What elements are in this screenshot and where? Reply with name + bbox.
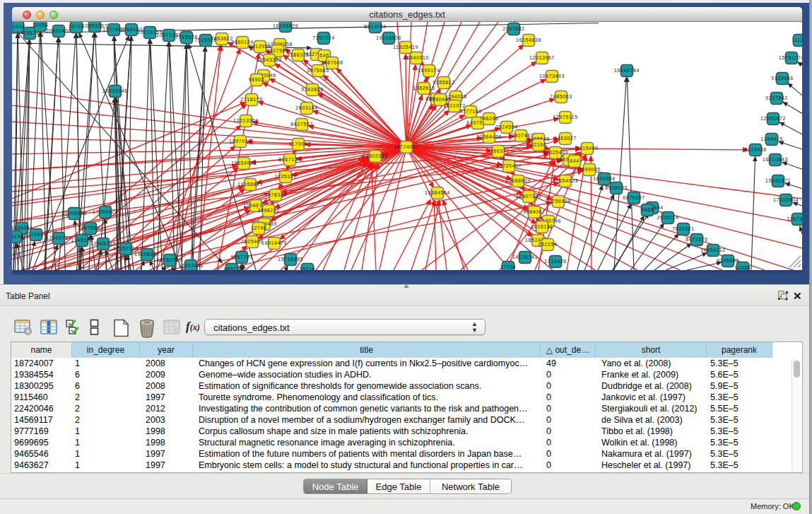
svg-text:62160: 62160 [531,142,546,147]
svg-text:19218506: 19218506 [376,35,401,40]
svg-text:11325419: 11325419 [393,45,418,49]
svg-text:19384554: 19384554 [425,190,450,195]
svg-text:17957223: 17957223 [113,246,139,251]
svg-text:16033809: 16033809 [273,23,298,28]
svg-text:1615132: 1615132 [531,224,553,229]
svg-text:3498222: 3498222 [257,208,279,213]
svg-text:1621072: 1621072 [443,103,465,108]
svg-text:39154: 39154 [12,234,23,239]
svg-text:8215938: 8215938 [744,147,766,152]
svg-text:1362615: 1362615 [413,86,435,90]
svg-text:2718176: 2718176 [240,97,262,102]
svg-text:2935114: 2935114 [657,215,679,220]
svg-text:15716485: 15716485 [278,257,303,262]
svg-text:1345194: 1345194 [71,238,93,243]
svg-text:20206536: 20206536 [61,211,87,216]
svg-text:1696174: 1696174 [418,68,440,73]
svg-text:16640910: 16640910 [404,55,429,60]
svg-text:10973493: 10973493 [539,74,565,78]
svg-text:9242848: 9242848 [301,87,323,92]
svg-text:1115689: 1115689 [25,232,47,237]
svg-text:8267130: 8267130 [278,157,300,162]
svg-text:16782759: 16782759 [157,257,182,262]
svg-text:10654112: 10654112 [700,247,725,252]
svg-text:16210643: 16210643 [763,157,788,162]
svg-text:8813054: 8813054 [364,24,386,29]
svg-text:20053346: 20053346 [102,88,128,93]
svg-text:12213369: 12213369 [233,118,259,123]
svg-text:9245652: 9245652 [717,258,739,263]
svg-text:746266: 746266 [480,116,499,121]
svg-text:3624554: 3624554 [495,124,517,129]
svg-text:16543382: 16543382 [257,57,282,62]
svg-text:9463627: 9463627 [554,136,576,141]
svg-text:12746: 12746 [251,226,266,230]
svg-text:15692971: 15692971 [765,178,791,183]
svg-text:15751074: 15751074 [779,55,802,60]
svg-text:39975887: 39975887 [78,226,103,230]
svg-text:15720407: 15720407 [496,163,522,168]
svg-text:7357224: 7357224 [312,35,334,40]
svg-text:12942737: 12942737 [46,235,71,240]
svg-text:7386372: 7386372 [487,148,509,153]
svg-text:19166827: 19166827 [237,182,263,187]
svg-text:12213967: 12213967 [529,55,555,60]
svg-text:9129966: 9129966 [771,76,793,81]
svg-text:9084067: 9084067 [523,209,545,214]
svg-text:17016504: 17016504 [773,197,799,202]
svg-text:18724007: 18724007 [394,144,419,149]
svg-text:1640954: 1640954 [593,176,615,181]
svg-text:17359924: 17359924 [93,209,118,214]
svg-text:9227342: 9227342 [765,95,787,100]
svg-text:7625402: 7625402 [241,239,263,244]
svg-text:98902: 98902 [249,77,264,82]
svg-text:2087682: 2087682 [502,26,524,31]
svg-text:8427552: 8427552 [290,122,312,127]
svg-text:7485063: 7485063 [550,94,572,99]
svg-text:9115460: 9115460 [577,146,599,151]
svg-text:92456: 92456 [735,265,751,270]
svg-text:19054: 19054 [33,23,48,28]
svg-text:20364436: 20364436 [476,134,502,139]
svg-text:2803144: 2803144 [295,105,317,110]
svg-text:8678332: 8678332 [264,192,286,197]
svg-text:12923446: 12923446 [178,263,204,268]
svg-text:644: 644 [570,158,579,163]
svg-text:1135339: 1135339 [275,174,297,179]
svg-text:8471676: 8471676 [686,237,707,242]
svg-text:2967608: 2967608 [321,60,343,65]
svg-text:9777169: 9777169 [459,109,481,114]
svg-text:252254: 252254 [539,242,558,247]
svg-text:1733426: 1733426 [544,259,566,264]
svg-text:10756928: 10756928 [546,199,571,204]
svg-text:8990448: 8990448 [429,97,451,102]
svg-text:9857791: 9857791 [230,255,252,259]
svg-text:1835061: 1835061 [12,226,33,230]
svg-text:12905135: 12905135 [90,241,116,246]
svg-text:8938923: 8938923 [605,185,627,190]
svg-text:3675685: 3675685 [307,68,329,73]
svg-text:23302033: 23302033 [363,153,388,158]
svg-text:12975115: 12975115 [553,115,577,119]
svg-text:9468: 9468 [641,207,654,212]
svg-text:18807249: 18807249 [516,194,541,199]
svg-text:16154838: 16154838 [516,37,541,42]
svg-text:1897013: 1897013 [229,139,251,144]
svg-text:12093872: 12093872 [760,116,786,121]
svg-text:20691406: 20691406 [46,28,71,33]
svg-text:14136141: 14136141 [512,255,538,259]
svg-text:7832621: 7832621 [672,226,694,231]
svg-text:9627505: 9627505 [266,48,288,53]
svg-text:6879197: 6879197 [623,195,645,200]
svg-text:1244415: 1244415 [760,136,782,141]
svg-text:19654925: 19654925 [231,160,257,165]
svg-text:16914479: 16914479 [261,240,287,245]
svg-text:19958107: 19958107 [134,252,160,257]
svg-text:16648784: 16648784 [614,68,640,73]
svg-text:9699695: 9699695 [578,167,600,172]
svg-text:17654923: 17654923 [553,178,578,183]
svg-text:10688609: 10688609 [505,178,531,183]
svg-text:11124: 11124 [792,37,802,42]
svg-text:7663822: 7663822 [211,36,233,41]
svg-text:11832: 11832 [12,24,25,29]
